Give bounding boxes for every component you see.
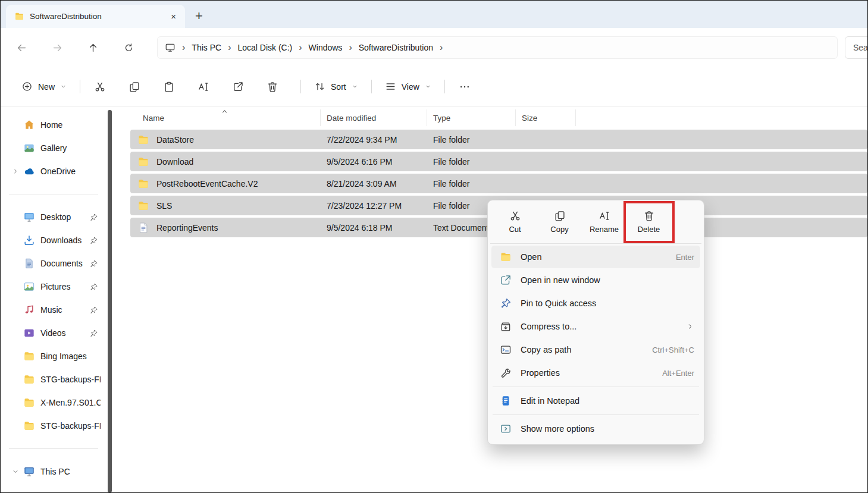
search-input[interactable]: Sea	[845, 36, 868, 59]
pin-icon	[89, 259, 98, 268]
sidebar-item-stg-backups-ff[interactable]: STG-backups-FF	[3, 415, 103, 437]
sidebar-item-label: Gallery	[40, 143, 101, 153]
file-row-datastore[interactable]: DataStore 7/22/2024 9:34 PM File folder	[130, 130, 867, 149]
delete-icon	[267, 81, 278, 93]
context-delete-button[interactable]: Delete	[629, 205, 669, 239]
sidebar-item-home[interactable]: Home	[3, 114, 103, 136]
chevron-down-icon	[60, 83, 67, 90]
sort-button[interactable]: Sort	[308, 75, 365, 99]
sidebar-item-label: Documents	[40, 259, 89, 268]
file-type: File folder	[427, 130, 516, 149]
sidebar-item-pictures[interactable]: Pictures	[3, 275, 103, 298]
folder-icon	[137, 200, 149, 212]
navigation-bar: ›This PC›Local Disk (C:)›Windows›Softwar…	[1, 28, 867, 67]
view-button[interactable]: View	[378, 75, 438, 99]
menu-item-label: Properties	[521, 368, 662, 378]
context-rename-button[interactable]: Rename	[584, 205, 624, 239]
sidebar-item-documents[interactable]: Documents	[3, 252, 103, 275]
sidebar-item-label: This PC	[40, 467, 101, 476]
new-button[interactable]: New	[15, 75, 73, 99]
rename-button[interactable]	[190, 75, 217, 99]
tab-close-icon[interactable]: ×	[167, 11, 180, 21]
column-header-date-modified[interactable]: Date modified	[321, 109, 427, 126]
menu-item-show-more-options[interactable]: Show more options	[491, 417, 700, 440]
breadcrumb-item-local-disk-c[interactable]: Local Disk (C:)	[237, 43, 292, 52]
desktop-icon	[23, 211, 35, 223]
menu-item-open-in-new-window[interactable]: Open in new window	[491, 269, 700, 291]
breadcrumb-item-this-pc[interactable]: This PC	[192, 43, 221, 52]
shortcut-label: Alt+Enter	[662, 369, 694, 378]
column-header-type[interactable]: Type	[427, 109, 516, 126]
shortcut-label: Enter	[676, 253, 694, 262]
file-size	[516, 174, 576, 193]
menu-item-label: Edit in Notepad	[521, 396, 694, 406]
context-copy-button[interactable]: Copy	[540, 205, 579, 239]
file-name: DataStore	[156, 135, 194, 145]
plus-circle-icon	[21, 81, 33, 92]
copy-button[interactable]	[121, 75, 148, 99]
column-header-size[interactable]: Size	[516, 109, 576, 126]
sidebar-item-this-pc[interactable]: This PC	[3, 460, 103, 483]
menu-item-label: Show more options	[521, 424, 694, 434]
file-date-modified: 9/5/2024 6:16 PM	[321, 152, 427, 171]
copy-path-icon	[500, 344, 512, 356]
new-tab-button[interactable]: +	[195, 10, 203, 23]
share-button[interactable]	[225, 75, 251, 99]
sidebar-item-music[interactable]: Music	[3, 299, 103, 321]
folder-icon	[500, 251, 512, 263]
main-area: HomeGalleryOneDriveDesktopDownloadsDocum…	[1, 107, 867, 492]
sidebar-item-label: Music	[40, 305, 89, 315]
breadcrumb-item-softwaredistribution[interactable]: SoftwareDistribution	[359, 43, 433, 52]
menu-divider	[493, 415, 699, 415]
delete-button[interactable]	[259, 75, 286, 99]
sidebar-item-videos[interactable]: Videos	[3, 322, 103, 344]
refresh-button[interactable]	[115, 36, 142, 59]
sidebar-item-x-men-97-s01-cc[interactable]: X-Men.97.S01.CC	[3, 391, 103, 414]
sidebar-divider	[9, 194, 98, 194]
rename-icon	[598, 210, 610, 222]
menu-item-copy-as-path[interactable]: Copy as path Ctrl+Shift+C	[491, 338, 700, 361]
menu-item-pin-to-quick-access[interactable]: Pin to Quick access	[491, 292, 700, 315]
folder-icon	[23, 397, 35, 409]
pc-icon	[23, 466, 35, 478]
menu-item-edit-in-notepad[interactable]: Edit in Notepad	[491, 390, 700, 412]
cut-button[interactable]	[87, 75, 113, 99]
folder-icon	[137, 134, 149, 146]
chevron-down-icon[interactable]	[9, 466, 22, 477]
command-toolbar: New Sort View	[1, 67, 867, 106]
breadcrumb-item-windows[interactable]: Windows	[309, 43, 343, 52]
quick-action-label: Delete	[638, 225, 660, 234]
forward-button[interactable]	[44, 36, 70, 59]
menu-item-open[interactable]: Open Enter	[491, 246, 700, 268]
column-header-name[interactable]: Name	[130, 109, 321, 126]
sidebar-item-desktop[interactable]: Desktop	[3, 206, 103, 228]
sidebar-item-label: Videos	[40, 328, 89, 338]
view-icon	[385, 81, 396, 92]
sidebar-item-onedrive[interactable]: OneDrive	[3, 160, 103, 183]
tab-softwaredistribution[interactable]: SoftwareDistribution ×	[6, 5, 185, 28]
sidebar-item-bing-images[interactable]: Bing Images	[3, 345, 103, 368]
context-menu-quick-actions: CutCopyRenameDelete	[490, 203, 701, 244]
chevron-right-icon: ›	[342, 42, 358, 53]
sidebar-scrollbar[interactable]	[108, 110, 112, 492]
more-options-button[interactable]	[452, 75, 478, 99]
back-button[interactable]	[8, 36, 35, 59]
file-row-download[interactable]: Download 9/5/2024 6:16 PM File folder	[130, 152, 867, 171]
copy-icon	[129, 81, 140, 93]
up-button[interactable]	[80, 36, 106, 59]
chevron-right-icon[interactable]	[9, 166, 22, 177]
context-cut-button[interactable]: Cut	[495, 205, 535, 239]
file-date-modified: 7/23/2024 12:27 PM	[321, 196, 427, 215]
sidebar-item-gallery[interactable]: Gallery	[3, 137, 103, 159]
paste-button[interactable]	[156, 75, 182, 99]
file-row-postrebooteventcache-v2[interactable]: PostRebootEventCache.V2 8/21/2024 3:09 A…	[130, 174, 867, 193]
menu-item-properties[interactable]: Properties Alt+Enter	[491, 362, 700, 384]
toolbar-divider	[444, 80, 445, 93]
file-name: PostRebootEventCache.V2	[156, 179, 258, 189]
sidebar-item-stg-backups-ff[interactable]: STG-backups-FF	[3, 368, 103, 391]
chevron-right-icon: ›	[433, 42, 449, 53]
breadcrumb[interactable]: ›This PC›Local Disk (C:)›Windows›Softwar…	[157, 36, 838, 59]
sidebar-item-downloads[interactable]: Downloads	[3, 229, 103, 252]
menu-item-compress-to[interactable]: Compress to...	[491, 315, 700, 338]
sidebar-item-label: STG-backups-FF	[40, 375, 101, 384]
